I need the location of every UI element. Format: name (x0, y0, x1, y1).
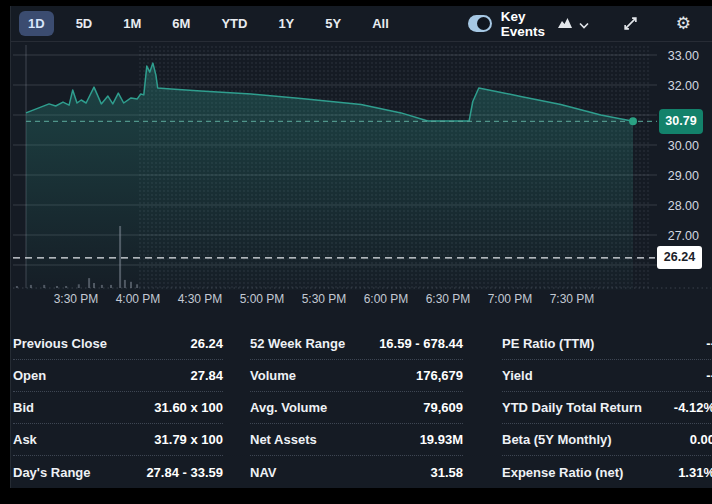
stat-value: 31.58 (430, 465, 463, 480)
stat-row: Day's Range27.84 - 33.59 (13, 456, 223, 488)
stat-value: 27.84 (190, 368, 223, 383)
stat-label: Day's Range (13, 465, 91, 480)
svg-text:4:30 PM: 4:30 PM (178, 292, 223, 306)
svg-text:4:00 PM: 4:00 PM (116, 292, 161, 306)
svg-text:5:30 PM: 5:30 PM (302, 292, 347, 306)
quote-chart-panel: 1D5D1M6MYTD1Y5YAll Key Events (10, 6, 712, 488)
stat-value: 27.84 - 33.59 (146, 465, 223, 480)
stat-label: Volume (250, 368, 296, 383)
range-tab-6m[interactable]: 6M (163, 11, 199, 36)
stat-row: Volume176,679 (250, 360, 463, 392)
stat-value: 19.93M (420, 432, 463, 447)
previous-close-badge: 26.24 (657, 246, 702, 269)
svg-text:27.00: 27.00 (668, 229, 699, 243)
range-tab-5y[interactable]: 5Y (316, 11, 350, 36)
stat-row: YTD Daily Total Return-4.12% (502, 392, 712, 424)
chart-type-selector[interactable] (557, 15, 589, 33)
stat-value: 31.60 x 100 (154, 400, 223, 415)
stat-row: Beta (5Y Monthly)0.00 (502, 424, 712, 456)
svg-text:5:00 PM: 5:00 PM (240, 292, 285, 306)
range-tab-5d[interactable]: 5D (67, 11, 102, 36)
stat-row: Net Assets19.93M (250, 424, 463, 456)
stat-label: 52 Week Range (250, 336, 345, 351)
fullscreen-expand-icon[interactable] (623, 16, 638, 31)
stat-value: 79,609 (423, 400, 463, 415)
range-tab-1m[interactable]: 1M (114, 11, 150, 36)
key-events-control: Key Events (468, 9, 557, 39)
svg-text:29.00: 29.00 (668, 169, 699, 183)
stat-label: Yield (502, 368, 533, 383)
stat-label: Bid (13, 400, 34, 415)
stat-label: Net Assets (250, 432, 317, 447)
stat-row: Open27.84 (13, 360, 223, 392)
stat-value: -- (706, 336, 712, 351)
stat-label: Ask (13, 432, 37, 447)
stat-row: Yield-- (502, 360, 712, 392)
stat-label: PE Ratio (TTM) (502, 336, 594, 351)
time-range-tabs: 1D5D1M6MYTD1Y5YAll (19, 11, 398, 36)
stats-column: PE Ratio (TTM)--Yield--YTD Daily Total R… (502, 328, 712, 488)
stat-label: NAV (250, 465, 276, 480)
stat-row: Expense Ratio (net)1.31% (502, 456, 712, 488)
chart-toolbar: 1D5D1M6MYTD1Y5YAll Key Events (11, 6, 712, 42)
stat-row: 52 Week Range16.59 - 678.44 (250, 328, 463, 360)
stat-label: Expense Ratio (net) (502, 465, 623, 480)
svg-text:33.00: 33.00 (668, 49, 699, 63)
svg-text:30.00: 30.00 (668, 139, 699, 153)
stat-label: Previous Close (13, 336, 107, 351)
stat-label: Avg. Volume (250, 400, 327, 415)
stat-value: -4.12% (674, 400, 712, 415)
range-tab-1d[interactable]: 1D (19, 11, 54, 36)
range-tab-all[interactable]: All (363, 11, 398, 36)
range-tab-ytd[interactable]: YTD (212, 11, 256, 36)
stats-column: Previous Close26.24Open27.84Bid31.60 x 1… (13, 328, 223, 488)
stat-value: 31.79 x 100 (154, 432, 223, 447)
stat-row: Ask31.79 x 100 (13, 424, 223, 456)
stat-label: Open (13, 368, 46, 383)
stat-row: Avg. Volume79,609 (250, 392, 463, 424)
stat-value: 0.00 (690, 432, 712, 447)
key-events-label: Key Events (501, 9, 557, 39)
current-price-badge: 30.79 (659, 109, 703, 134)
stat-value: 176,679 (416, 368, 463, 383)
stat-value: 26.24 (190, 336, 223, 351)
stat-row: NAV31.58 (250, 456, 463, 488)
stat-label: YTD Daily Total Return (502, 400, 642, 415)
stat-label: Beta (5Y Monthly) (502, 432, 612, 447)
toggle-knob-icon (477, 17, 490, 30)
key-events-toggle[interactable] (468, 15, 492, 32)
svg-text:3:30 PM: 3:30 PM (54, 292, 99, 306)
svg-text:32.00: 32.00 (668, 79, 699, 93)
stat-row: Bid31.60 x 100 (13, 392, 223, 424)
svg-text:7:30 PM: 7:30 PM (550, 292, 595, 306)
toolbar-icons: ⚙ (557, 15, 712, 33)
svg-text:6:00 PM: 6:00 PM (364, 292, 409, 306)
stat-row: PE Ratio (TTM)-- (502, 328, 712, 360)
area-chart-icon (557, 15, 573, 33)
chart-canvas[interactable]: 33.0032.0030.0029.0028.0027.003:30 PM4:0… (11, 42, 712, 314)
stat-row: Previous Close26.24 (13, 328, 223, 360)
stat-value: 16.59 - 678.44 (379, 336, 463, 351)
chevron-down-icon (579, 15, 589, 33)
svg-text:7:00 PM: 7:00 PM (488, 292, 533, 306)
quote-statistics: Previous Close26.24Open27.84Bid31.60 x 1… (11, 328, 712, 488)
stat-value: -- (706, 368, 712, 383)
svg-text:28.00: 28.00 (668, 199, 699, 213)
stat-value: 1.31% (678, 465, 712, 480)
stats-column: 52 Week Range16.59 - 678.44Volume176,679… (250, 328, 463, 488)
svg-text:6:30 PM: 6:30 PM (426, 292, 471, 306)
range-tab-1y[interactable]: 1Y (269, 11, 303, 36)
settings-gear-icon[interactable]: ⚙ (676, 15, 691, 32)
price-chart[interactable]: 33.0032.0030.0029.0028.0027.003:30 PM4:0… (11, 42, 712, 314)
